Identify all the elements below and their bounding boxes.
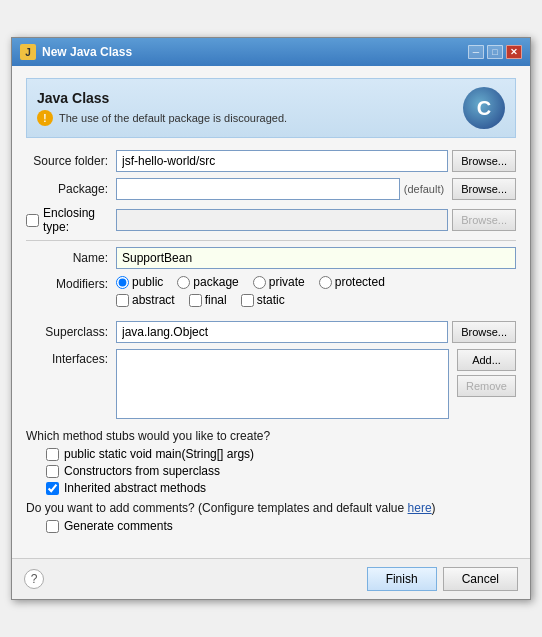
- source-folder-browse-button[interactable]: Browse...: [452, 150, 516, 172]
- stub-inherited-text: Inherited abstract methods: [64, 481, 206, 495]
- modifier-static-label[interactable]: static: [241, 293, 285, 307]
- superclass-field: Browse...: [116, 321, 516, 343]
- modifier-public-label[interactable]: public: [116, 275, 163, 289]
- generate-comments-checkbox[interactable]: [46, 520, 59, 533]
- stub-inherited-label[interactable]: Inherited abstract methods: [46, 481, 516, 495]
- stubs-section: Which method stubs would you like to cre…: [26, 429, 516, 495]
- header-info: Java Class ! The use of the default pack…: [37, 90, 463, 126]
- name-input[interactable]: [116, 247, 516, 269]
- modifier-final-text: final: [205, 293, 227, 307]
- modifier-private-radio[interactable]: [253, 276, 266, 289]
- section-header: Java Class ! The use of the default pack…: [26, 78, 516, 138]
- stub-constructors-label[interactable]: Constructors from superclass: [46, 464, 516, 478]
- superclass-input[interactable]: [116, 321, 448, 343]
- package-browse-button[interactable]: Browse...: [452, 178, 516, 200]
- title-controls: ─ □ ✕: [468, 45, 522, 59]
- enclosing-type-checkbox[interactable]: [26, 214, 39, 227]
- package-label: Package:: [26, 182, 116, 196]
- close-button[interactable]: ✕: [506, 45, 522, 59]
- modifier-package-radio[interactable]: [177, 276, 190, 289]
- name-field: [116, 247, 516, 269]
- modifier-protected-label[interactable]: protected: [319, 275, 385, 289]
- enclosing-type-field: Browse...: [116, 209, 516, 231]
- stub-constructors-text: Constructors from superclass: [64, 464, 220, 478]
- stub-main-label[interactable]: public static void main(String[] args): [46, 447, 516, 461]
- modifier-static-checkbox[interactable]: [241, 294, 254, 307]
- generate-comments-label[interactable]: Generate comments: [46, 519, 516, 533]
- interfaces-label: Interfaces:: [26, 349, 116, 366]
- comments-question: Do you want to add comments? (Configure …: [26, 501, 516, 515]
- interfaces-remove-button[interactable]: Remove: [457, 375, 516, 397]
- package-input[interactable]: [116, 178, 400, 200]
- comments-suffix: ): [432, 501, 436, 515]
- maximize-button[interactable]: □: [487, 45, 503, 59]
- comments-section: Do you want to add comments? (Configure …: [26, 501, 516, 533]
- interfaces-textarea[interactable]: [116, 349, 449, 419]
- modifier-public-text: public: [132, 275, 163, 289]
- modifier-private-text: private: [269, 275, 305, 289]
- modifier-package-label[interactable]: package: [177, 275, 238, 289]
- superclass-label: Superclass:: [26, 325, 116, 339]
- dialog-title: New Java Class: [42, 45, 132, 59]
- stubs-question: Which method stubs would you like to cre…: [26, 429, 516, 443]
- stub-main-text: public static void main(String[] args): [64, 447, 254, 461]
- divider-1: [26, 240, 516, 241]
- name-row: Name:: [26, 247, 516, 269]
- comments-prefix: Do you want to add comments? (Configure …: [26, 501, 408, 515]
- superclass-browse-button[interactable]: Browse...: [452, 321, 516, 343]
- modifier-abstract-checkbox[interactable]: [116, 294, 129, 307]
- enclosing-type-label: Enclosing type:: [43, 206, 108, 234]
- bottom-buttons: Finish Cancel: [367, 567, 518, 591]
- modifier-protected-text: protected: [335, 275, 385, 289]
- superclass-row: Superclass: Browse...: [26, 321, 516, 343]
- comments-link[interactable]: here: [408, 501, 432, 515]
- warning-icon: !: [37, 110, 53, 126]
- modifiers-radio-group: public package private protected: [116, 275, 385, 289]
- modifier-abstract-label[interactable]: abstract: [116, 293, 175, 307]
- modifier-final-label[interactable]: final: [189, 293, 227, 307]
- dialog-icon: J: [20, 44, 36, 60]
- enclosing-type-input[interactable]: [116, 209, 448, 231]
- source-folder-row: Source folder: Browse...: [26, 150, 516, 172]
- stub-main-checkbox[interactable]: [46, 448, 59, 461]
- modifier-package-text: package: [193, 275, 238, 289]
- modifiers-label: Modifiers:: [26, 275, 116, 291]
- modifier-public-radio[interactable]: [116, 276, 129, 289]
- name-label: Name:: [26, 251, 116, 265]
- modifier-static-text: static: [257, 293, 285, 307]
- interfaces-field: Add... Remove: [116, 349, 516, 419]
- package-row: Package: (default) Browse...: [26, 178, 516, 200]
- modifier-final-checkbox[interactable]: [189, 294, 202, 307]
- source-folder-field: Browse...: [116, 150, 516, 172]
- stub-constructors-checkbox[interactable]: [46, 465, 59, 478]
- finish-button[interactable]: Finish: [367, 567, 437, 591]
- modifier-private-label[interactable]: private: [253, 275, 305, 289]
- interfaces-row: Interfaces: Add... Remove: [26, 349, 516, 419]
- modifier-abstract-text: abstract: [132, 293, 175, 307]
- section-title: Java Class: [37, 90, 463, 106]
- title-bar: J New Java Class ─ □ ✕: [12, 38, 530, 66]
- enclosing-type-browse-button[interactable]: Browse...: [452, 209, 516, 231]
- cancel-button[interactable]: Cancel: [443, 567, 518, 591]
- title-bar-left: J New Java Class: [20, 44, 132, 60]
- interfaces-buttons: Add... Remove: [457, 349, 516, 397]
- modifiers-content: public package private protected: [116, 275, 385, 315]
- new-java-class-dialog: J New Java Class ─ □ ✕ Java Class ! The …: [11, 37, 531, 600]
- eclipse-logo: C: [463, 87, 505, 129]
- source-folder-input[interactable]: [116, 150, 448, 172]
- bottom-bar: ? Finish Cancel: [12, 558, 530, 599]
- modifiers-row: Modifiers: public package private: [26, 275, 516, 315]
- modifier-checkboxes: abstract final static: [116, 293, 385, 307]
- stub-inherited-checkbox[interactable]: [46, 482, 59, 495]
- package-field: (default) Browse...: [116, 178, 516, 200]
- source-folder-label: Source folder:: [26, 154, 116, 168]
- modifier-protected-radio[interactable]: [319, 276, 332, 289]
- enclosing-type-row: Enclosing type: Browse...: [26, 206, 516, 234]
- dialog-content: Java Class ! The use of the default pack…: [12, 66, 530, 548]
- help-button[interactable]: ?: [24, 569, 44, 589]
- minimize-button[interactable]: ─: [468, 45, 484, 59]
- package-default-text: (default): [404, 183, 448, 195]
- interfaces-add-button[interactable]: Add...: [457, 349, 516, 371]
- warning-message: The use of the default package is discou…: [59, 112, 287, 124]
- generate-comments-text: Generate comments: [64, 519, 173, 533]
